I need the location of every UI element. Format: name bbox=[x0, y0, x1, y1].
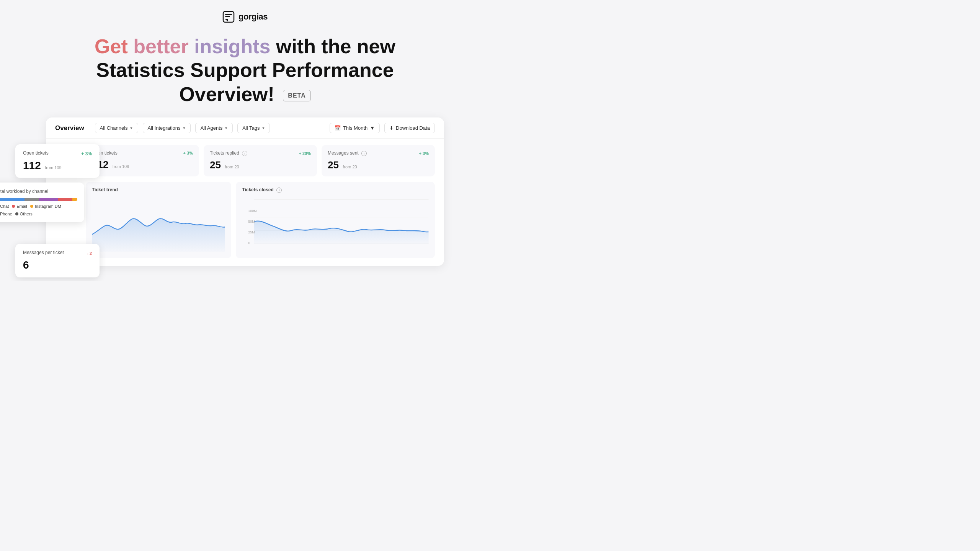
download-data-button[interactable]: ⬇ Download Data bbox=[384, 123, 435, 133]
workload-bar-email bbox=[24, 198, 39, 201]
top-header: gorgias bbox=[0, 0, 490, 31]
toolbar: Overview All Channels ▼ All Integrations… bbox=[46, 117, 444, 139]
legend-dot-instagram bbox=[30, 205, 33, 208]
legend-email: Email bbox=[12, 204, 27, 209]
charts-row: Ticket trend bbox=[86, 182, 435, 258]
svg-rect-2 bbox=[225, 16, 230, 17]
open-tickets-card: Open tickets + 3% 112 from 109 bbox=[86, 145, 199, 176]
legend-dot-email bbox=[12, 205, 15, 208]
legend-others: Others bbox=[15, 212, 33, 216]
legend-phone: Phone bbox=[0, 212, 12, 216]
info-icon: i bbox=[361, 151, 367, 156]
chevron-down-icon: ▼ bbox=[370, 125, 375, 131]
workload-bar-others bbox=[72, 198, 77, 201]
tickets-closed-svg bbox=[254, 195, 429, 253]
beta-badge: BETA bbox=[283, 90, 310, 101]
this-month-button[interactable]: 📅 This Month ▼ bbox=[330, 123, 380, 133]
workload-bar-phone bbox=[58, 198, 73, 201]
dashboard-content: Open tickets + 3% 112 from 109 bbox=[46, 139, 444, 266]
legend-dot-others bbox=[15, 212, 18, 215]
main-content-area: Open tickets + 3% 112 from 109 bbox=[55, 145, 435, 258]
tickets-replied-card: Tickets replied i + 20% 25 from 20 bbox=[204, 145, 317, 176]
all-integrations-filter[interactable]: All Integrations ▼ bbox=[143, 123, 191, 133]
floating-messages-per-card: Messages per ticket - 2 6 bbox=[15, 244, 100, 277]
dashboard-wrapper: Overview All Channels ▼ All Integrations… bbox=[23, 117, 467, 266]
workload-bar bbox=[0, 198, 77, 201]
dashboard-card: Overview All Channels ▼ All Integrations… bbox=[46, 117, 444, 266]
messages-sent-card: Messages sent i + 3% 25 from 20 bbox=[322, 145, 435, 176]
info-icon: i bbox=[276, 187, 282, 193]
floating-open-tickets-card: Open tickets + 3% 112 from 109 bbox=[15, 144, 100, 178]
hero-headline: Get better insights with the new Statist… bbox=[0, 34, 490, 106]
logo-text: gorgias bbox=[238, 12, 268, 22]
floating-workload-card: Total workload by channel Chat Email bbox=[0, 183, 84, 222]
gorgias-logo-icon bbox=[222, 11, 235, 23]
trend-chart-card: Ticket trend bbox=[86, 182, 231, 258]
all-tags-filter[interactable]: All Tags ▼ bbox=[237, 123, 270, 133]
workload-bar-chat bbox=[0, 198, 24, 201]
y-axis: 100M 50M 25M 0 bbox=[248, 209, 257, 245]
chevron-down-icon: ▼ bbox=[262, 126, 265, 130]
chevron-down-icon: ▼ bbox=[130, 126, 133, 130]
dashboard-title: Overview bbox=[55, 124, 84, 132]
chevron-down-icon: ▼ bbox=[183, 126, 186, 130]
tickets-closed-card: Tickets closed i 100M 50M 25M 0 bbox=[236, 182, 435, 258]
metrics-row: Open tickets + 3% 112 from 109 bbox=[86, 145, 435, 176]
legend-chat: Chat bbox=[0, 204, 9, 209]
trend-chart-svg: 0 bbox=[92, 195, 225, 252]
svg-rect-1 bbox=[225, 14, 232, 15]
legend-instagram: Instagram DM bbox=[30, 204, 61, 209]
all-agents-filter[interactable]: All Agents ▼ bbox=[195, 123, 233, 133]
workload-legend: Chat Email Instagram DM Phone Others bbox=[0, 204, 77, 216]
calendar-icon: 📅 bbox=[335, 125, 341, 131]
hero-section: Get better insights with the new Statist… bbox=[0, 31, 490, 117]
info-icon: i bbox=[242, 151, 247, 156]
download-icon: ⬇ bbox=[389, 125, 394, 131]
chevron-down-icon: ▼ bbox=[224, 126, 228, 130]
workload-bar-instagram bbox=[39, 198, 58, 201]
all-channels-filter[interactable]: All Channels ▼ bbox=[95, 123, 138, 133]
